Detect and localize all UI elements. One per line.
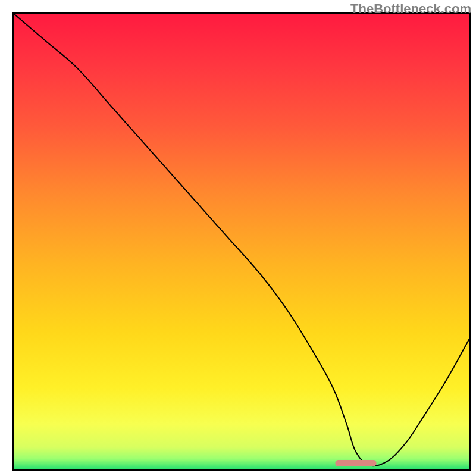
plot-background xyxy=(13,13,470,470)
bottleneck-chart xyxy=(0,0,476,476)
optimal-marker xyxy=(335,460,376,466)
watermark-text: TheBottleneck.com xyxy=(350,1,471,17)
chart-container: { "watermark": "TheBottleneck.com", "cha… xyxy=(0,0,476,476)
